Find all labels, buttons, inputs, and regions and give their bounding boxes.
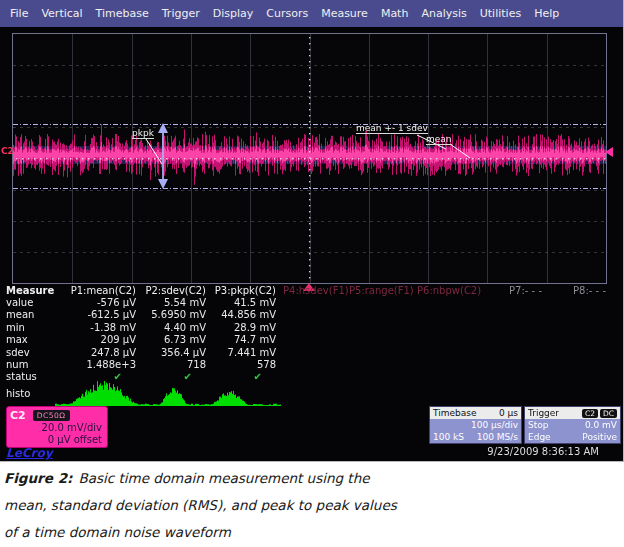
p7-header[interactable]: P7:- - -	[486, 285, 550, 296]
row-label: num	[0, 359, 50, 370]
caption-line-2: mean, standard deviation (RMS), and peak…	[4, 497, 620, 514]
measure-title: Measure	[0, 285, 50, 296]
p3-min: 28.9 mV	[206, 322, 276, 333]
caption-line-1: Figure 2:Basic time domain measurement u…	[4, 470, 620, 487]
channel-coupling-badge: DC50Ω	[33, 410, 70, 421]
trigger-level: 0.0 mV	[585, 420, 617, 430]
timebase-position: 0 µs	[499, 408, 518, 418]
menu-timebase[interactable]: Timebase	[96, 7, 149, 20]
caption-line-3: of a time domain noise waveform	[4, 524, 620, 541]
p3-value: 41.5 mV	[206, 297, 276, 308]
p1-min: -1.38 mV	[50, 322, 136, 333]
row-label: min	[0, 322, 50, 333]
p3-num: 578	[206, 359, 276, 370]
oscilloscope-screenshot: File Vertical Timebase Trigger Display C…	[0, 0, 624, 462]
menu-vertical[interactable]: Vertical	[41, 7, 82, 20]
measure-table: Measure P1:mean(C2) P2:sdev(C2) P3:pkpk(…	[0, 284, 614, 383]
p6-header[interactable]: P6:nbpw(C2)	[410, 285, 486, 296]
trigger-coupling-badge: DC	[600, 409, 617, 418]
channel-c2-zero-marker[interactable]: C2	[1, 146, 14, 156]
measure-row-num: num 1.488e+3 718 578	[0, 358, 614, 370]
channel-name: C2	[10, 409, 26, 422]
trigger-source-badge: C2	[582, 409, 598, 418]
menu-help[interactable]: Help	[534, 7, 559, 20]
p2-max: 6.73 mV	[136, 334, 206, 345]
trigger-type: Edge	[528, 432, 551, 442]
measure-row-min: min -1.38 mV 4.40 mV 28.9 mV	[0, 321, 614, 333]
histogram-canvas	[0, 381, 320, 409]
mean-leader-line	[450, 144, 470, 158]
mean-sdev-annotation: mean +- 1 sdev	[356, 123, 428, 134]
waveform-display: pkpk mean +- 1 sdev mean	[12, 33, 607, 284]
menu-utilities[interactable]: Utilities	[480, 7, 521, 20]
menu-display[interactable]: Display	[213, 7, 254, 20]
lecroy-logo: LeCroy	[6, 446, 53, 460]
p1-sdev: 247.8 µV	[50, 347, 136, 358]
figure-caption: Figure 2:Basic time domain measurement u…	[0, 465, 624, 547]
timebase-scale: 100 µs/div	[471, 420, 518, 430]
menu-cursors[interactable]: Cursors	[266, 7, 308, 20]
trigger-mode: Stop	[528, 420, 548, 430]
p8-header[interactable]: P8:- - -	[550, 285, 614, 296]
row-label: sdev	[0, 347, 50, 358]
p1-value: -576 µV	[50, 297, 136, 308]
p1-header[interactable]: P1:mean(C2)	[50, 285, 136, 296]
p3-mean: 44.856 mV	[206, 309, 276, 320]
channel-descriptor-c2[interactable]: C2 DC50Ω 20.0 mV/div 0 µV offset	[6, 406, 108, 448]
measure-row-mean: mean -612.5 µV 5.6950 mV 44.856 mV	[0, 309, 614, 321]
pkpk-leader-line	[146, 139, 162, 164]
row-label: mean	[0, 309, 50, 320]
trigger-body: Stop 0.0 mV Edge Positive	[525, 419, 620, 443]
trigger-slope: Positive	[582, 432, 617, 442]
p2-value: 5.54 mV	[136, 297, 206, 308]
channel-volts-per-div: 20.0 mV/div	[7, 422, 107, 434]
menu-trigger[interactable]: Trigger	[162, 7, 200, 20]
measure-row-max: max 209 µV 6.73 mV 74.7 mV	[0, 334, 614, 346]
measure-row-sdev: sdev 247.8 µV 356.4 µV 7.441 mV	[0, 346, 614, 358]
measure-header-row: Measure P1:mean(C2) P2:sdev(C2) P3:pkpk(…	[0, 284, 614, 296]
row-label: max	[0, 334, 50, 345]
timebase-title: Timebase	[433, 408, 476, 418]
menu-measure[interactable]: Measure	[321, 7, 368, 20]
timebase-sample-rate: 100 MS/s	[477, 432, 518, 442]
p5-header[interactable]: P5:range(F1)	[342, 285, 410, 296]
menubar: File Vertical Timebase Trigger Display C…	[0, 0, 623, 27]
p1-num: 1.488e+3	[50, 359, 136, 370]
timebase-descriptor[interactable]: Timebase 0 µs 100 µs/div 100 kS 100 MS/s	[429, 406, 522, 444]
timebase-header: Timebase 0 µs	[430, 407, 521, 419]
row-label: value	[0, 297, 50, 308]
trigger-header: Trigger C2 DC	[525, 407, 620, 419]
pkpk-arrow-icon	[158, 123, 168, 189]
menu-math[interactable]: Math	[381, 7, 409, 20]
p3-header[interactable]: P3:pkpk(C2)	[206, 285, 276, 296]
menu-analysis[interactable]: Analysis	[421, 7, 466, 20]
trigger-title: Trigger	[528, 408, 559, 418]
p2-sdev: 356.4 µV	[136, 347, 206, 358]
timebase-body: 100 µs/div 100 kS 100 MS/s	[430, 419, 521, 443]
p1-max: 209 µV	[50, 334, 136, 345]
trigger-badges: C2 DC	[582, 409, 617, 418]
p3-sdev: 7.441 mV	[206, 347, 276, 358]
p3-max: 74.7 mV	[206, 334, 276, 345]
mean-annotation: mean	[426, 134, 452, 145]
p2-num: 718	[136, 359, 206, 370]
channel-offset: 0 µV offset	[7, 434, 107, 446]
caption-label: Figure 2:	[4, 470, 72, 486]
channel-title-line: C2 DC50Ω	[7, 407, 107, 422]
caption-text-1: Basic time domain measurement using the	[78, 470, 369, 486]
pkpk-annotation: pkpk	[132, 128, 154, 139]
trigger-level-marker-icon[interactable]	[605, 147, 613, 157]
datetime: 9/23/2009 8:36:13 AM	[487, 446, 599, 457]
menu-file[interactable]: File	[10, 7, 28, 20]
p2-header[interactable]: P2:sdev(C2)	[136, 285, 206, 296]
trigger-descriptor[interactable]: Trigger C2 DC Stop 0.0 mV Edge Positive	[524, 406, 621, 444]
measure-row-value: value -576 µV 5.54 mV 41.5 mV	[0, 296, 614, 308]
page: File Vertical Timebase Trigger Display C…	[0, 0, 624, 547]
p2-mean: 5.6950 mV	[136, 309, 206, 320]
annotation-overlay	[13, 34, 606, 283]
p1-mean: -612.5 µV	[50, 309, 136, 320]
p4-header[interactable]: P4:hsdev(F1)	[276, 285, 342, 296]
timebase-samples: 100 kS	[433, 432, 464, 442]
p2-min: 4.40 mV	[136, 322, 206, 333]
histo-row-label: histo	[6, 388, 30, 399]
